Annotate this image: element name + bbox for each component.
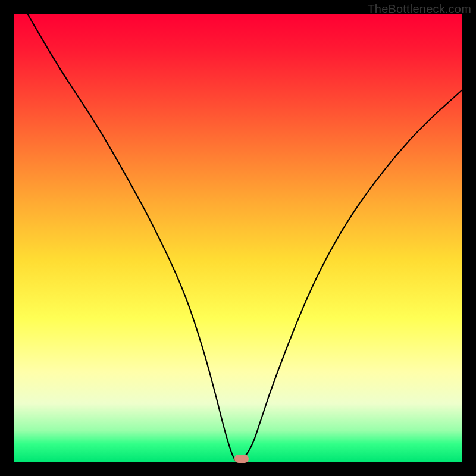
bottleneck-curve: [14, 14, 462, 462]
watermark-text: TheBottleneck.com: [367, 2, 471, 16]
optimal-marker: [234, 455, 249, 463]
chart-plot-area: [14, 14, 462, 462]
